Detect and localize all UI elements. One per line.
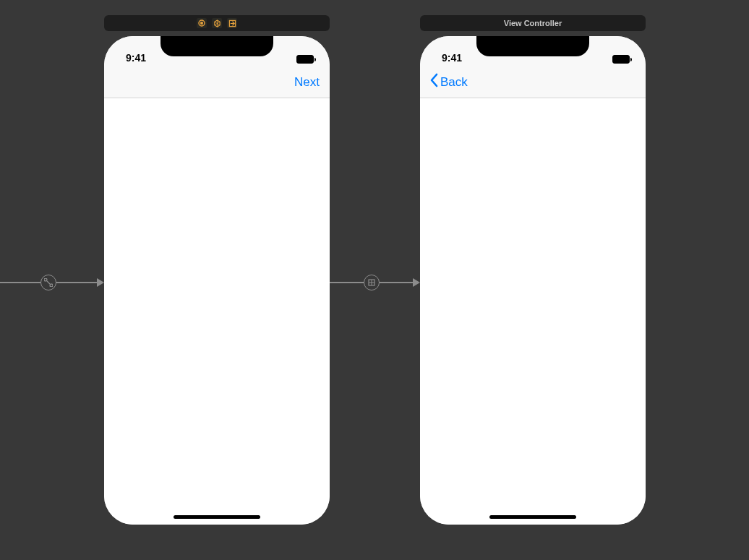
view-content bbox=[420, 98, 646, 525]
back-button-label: Back bbox=[440, 75, 468, 90]
device-notch bbox=[160, 36, 273, 56]
phone-scene-1[interactable]: 9:41 Next bbox=[104, 36, 330, 525]
view-content bbox=[104, 98, 330, 525]
entry-point-segue[interactable] bbox=[0, 275, 104, 290]
show-segue[interactable] bbox=[330, 275, 420, 290]
home-indicator bbox=[489, 515, 576, 519]
segue-line bbox=[0, 282, 40, 283]
segue-line bbox=[56, 282, 97, 283]
phone-scene-2[interactable]: 9:41 Back bbox=[420, 36, 646, 525]
nav-controller-icon[interactable] bbox=[197, 18, 207, 28]
scene-title-bar-2[interactable]: View Controller bbox=[420, 15, 646, 31]
arrowhead-icon bbox=[97, 278, 104, 287]
scene-title-label: View Controller bbox=[504, 19, 562, 27]
show-segue-circle-icon bbox=[364, 275, 380, 290]
scene-title-bar-1[interactable] bbox=[104, 15, 330, 31]
next-button-label: Next bbox=[294, 75, 320, 90]
chevron-left-icon bbox=[430, 73, 439, 91]
exit-icon[interactable] bbox=[227, 18, 237, 28]
arrowhead-icon bbox=[413, 278, 420, 287]
status-time: 9:41 bbox=[126, 52, 146, 64]
svg-rect-1 bbox=[200, 22, 203, 25]
first-responder-icon[interactable] bbox=[212, 18, 222, 28]
device-notch bbox=[476, 36, 589, 56]
navigation-bar: Back bbox=[420, 66, 646, 98]
next-button[interactable]: Next bbox=[294, 75, 320, 90]
entry-point-circle-icon bbox=[40, 275, 56, 290]
back-button[interactable]: Back bbox=[430, 73, 468, 91]
segue-line bbox=[380, 282, 414, 283]
battery-icon bbox=[296, 55, 314, 64]
segue-line bbox=[330, 282, 364, 283]
home-indicator bbox=[174, 515, 260, 519]
status-time: 9:41 bbox=[442, 52, 462, 64]
navigation-bar: Next bbox=[104, 66, 330, 98]
battery-icon bbox=[612, 55, 630, 64]
